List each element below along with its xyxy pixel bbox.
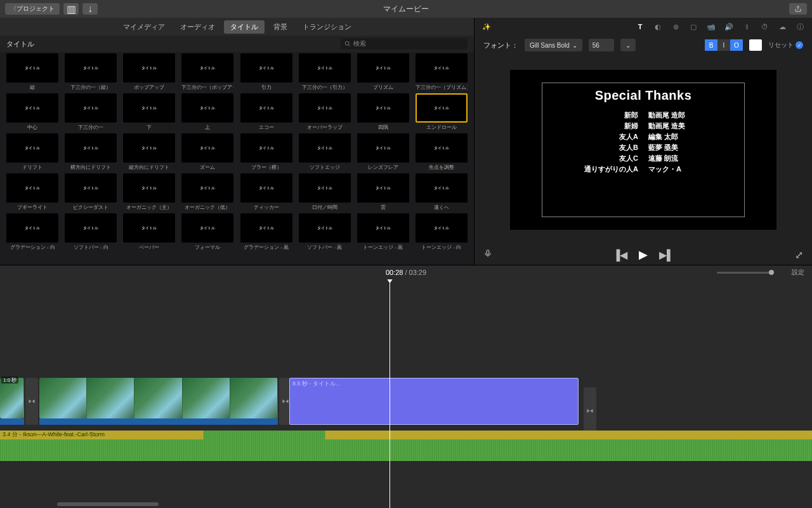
- zoom-slider[interactable]: [717, 272, 774, 274]
- search-input[interactable]: 検索: [341, 38, 468, 50]
- viewer-panel: ✨ T ◐ ⊛ ▢ 📹 🔊 ⫴ ⏱ ☁ ⓘ フォント： Gill Sans Bo…: [475, 18, 812, 265]
- color-swatch[interactable]: [749, 39, 762, 51]
- time-header: 00:28 / 03:29 設定: [0, 265, 812, 279]
- title-preset[interactable]: タイトル下三分の一（ポップアップ）: [180, 53, 235, 91]
- play-button[interactable]: ▶: [639, 248, 648, 262]
- back-button[interactable]: 〈 プロジェクト: [5, 3, 60, 15]
- color-correct-icon[interactable]: ⊛: [671, 22, 680, 31]
- title-preset[interactable]: タイトルポップアップ: [122, 53, 176, 91]
- eq-icon[interactable]: ⫴: [742, 22, 751, 31]
- font-family-select[interactable]: Gill Sans Bold⌄: [525, 39, 582, 51]
- transition-handle[interactable]: [584, 387, 596, 434]
- title-preset[interactable]: タイトルズーム: [180, 133, 235, 171]
- prev-button[interactable]: ▐◀: [613, 249, 627, 261]
- title-preset[interactable]: タイトル日付／時間: [298, 173, 352, 211]
- filter-icon[interactable]: ☁: [778, 22, 787, 31]
- title-preset[interactable]: タイトル上: [180, 93, 235, 131]
- title-preset[interactable]: タイトルティッカー: [239, 173, 294, 211]
- title-clip[interactable]: 8.5 秒 - タイトル...: [289, 378, 579, 425]
- title-preset[interactable]: タイトル縦方向にドリフト: [122, 133, 176, 171]
- color-balance-icon[interactable]: ◐: [653, 22, 662, 31]
- title-preset[interactable]: タイトルプリズム: [356, 53, 410, 91]
- font-size-field[interactable]: 56: [589, 39, 614, 51]
- audio-clip[interactable]: 3.4 分 - Ikson---A-While-feat.-Carl-Storm: [0, 431, 812, 461]
- share-button[interactable]: [789, 3, 807, 15]
- title-preset[interactable]: タイトルオーガニック（低）: [180, 173, 235, 211]
- title-preset[interactable]: タイトル横方向にドリフト: [63, 133, 118, 171]
- title-preset[interactable]: タイトルソフトエッジ: [298, 133, 352, 171]
- title-preset[interactable]: タイトルグラデーション - 黒: [239, 213, 294, 251]
- title-preset[interactable]: タイトルグラデーション - 白: [5, 213, 60, 251]
- transition-handle[interactable]: [25, 378, 38, 425]
- credits-text-box[interactable]: Special Thanks 新郎動画尾 造郎新婦動画尾 造美友人A編集 太郎友…: [542, 83, 745, 217]
- volume-icon[interactable]: 🔊: [724, 22, 733, 31]
- tab-トランジション[interactable]: トランジション: [296, 20, 358, 34]
- text-icon[interactable]: T: [636, 22, 645, 31]
- video-clip[interactable]: [39, 378, 278, 425]
- title-preset[interactable]: タイトルレンズフレア: [356, 133, 410, 171]
- title-preset[interactable]: タイトル下三分の一（縦）: [63, 53, 118, 91]
- info-icon[interactable]: ⓘ: [796, 22, 804, 31]
- tab-タイトル[interactable]: タイトル: [224, 20, 265, 34]
- title-preset[interactable]: タイトルエコー: [239, 93, 294, 131]
- library-toggle-icon[interactable]: ▥: [63, 3, 79, 15]
- svg-point-0: [345, 41, 349, 45]
- voiceover-icon[interactable]: [483, 249, 492, 260]
- titlebar: 〈 プロジェクト ▥ ↓ マイムービー: [0, 0, 812, 18]
- title-preset[interactable]: タイトルエンドロール: [414, 93, 469, 131]
- title-preset[interactable]: タイトル引力: [239, 53, 294, 91]
- preview-canvas[interactable]: Special Thanks 新郎動画尾 造郎新婦動画尾 造美友人A編集 太郎友…: [510, 70, 776, 230]
- next-button[interactable]: ▶▌: [659, 249, 674, 261]
- title-preset[interactable]: タイトルオーガニック（主）: [122, 173, 176, 211]
- title-preset[interactable]: タイトル下三分の一（プリズム）: [414, 53, 469, 91]
- font-label: フォント：: [483, 41, 518, 50]
- fullscreen-icon[interactable]: ⤢: [795, 249, 803, 261]
- title-preset[interactable]: タイトル雲: [356, 173, 410, 211]
- text-style-group: B I O: [705, 39, 743, 51]
- title-preset[interactable]: タイトル下三分の一（引力）: [298, 53, 352, 91]
- enhance-icon[interactable]: ✨: [482, 22, 491, 31]
- playhead[interactable]: [390, 279, 390, 508]
- time-current: 00:28: [386, 269, 403, 276]
- title-preset[interactable]: タイトルフォーマル: [180, 213, 235, 251]
- title-clip-label: 8.5 秒 - タイトル...: [290, 378, 578, 389]
- tab-マイメディア[interactable]: マイメディア: [117, 20, 171, 34]
- tab-背景[interactable]: 背景: [267, 20, 294, 34]
- media-browser: マイメディアオーディオタイトル背景トランジション タイトル 検索 タイトル縦タイ…: [0, 18, 475, 265]
- crop-icon[interactable]: ▢: [689, 22, 698, 31]
- title-preset[interactable]: タイトル下: [122, 93, 176, 131]
- timeline[interactable]: 1:0 秒 8.5 秒 - タイトル... 3.4 分 - Ikson---A-…: [0, 279, 812, 508]
- import-icon[interactable]: ↓: [82, 3, 98, 15]
- title-preset[interactable]: タイトル中心: [5, 93, 60, 131]
- title-preset[interactable]: タイトル四隅: [356, 93, 410, 131]
- title-preset[interactable]: タイトルソフトバー - 白: [63, 213, 118, 251]
- settings-button[interactable]: 設定: [792, 268, 804, 277]
- section-label: タイトル: [6, 39, 34, 49]
- outline-toggle[interactable]: O: [730, 39, 743, 51]
- title-preset[interactable]: タイトルドリフト: [5, 133, 60, 171]
- credits-heading: Special Thanks: [595, 88, 692, 103]
- horizontal-scrollbar[interactable]: [57, 502, 159, 506]
- svg-rect-1: [487, 250, 489, 255]
- title-preset[interactable]: タイトル縦: [5, 53, 60, 91]
- title-preset[interactable]: タイトルオーバーラップ: [298, 93, 352, 131]
- title-preset[interactable]: タイトル下三分の一: [63, 93, 118, 131]
- italic-toggle[interactable]: I: [717, 39, 730, 51]
- title-preset[interactable]: タイトルブラー（横）: [239, 133, 294, 171]
- bold-toggle[interactable]: B: [705, 39, 717, 51]
- tab-オーディオ[interactable]: オーディオ: [174, 20, 221, 34]
- project-title: マイムービー: [383, 4, 429, 15]
- title-preset[interactable]: タイトル焦点を調整: [414, 133, 469, 171]
- title-preset[interactable]: タイトルブギーライト: [5, 173, 60, 211]
- font-size-stepper[interactable]: ⌄: [620, 39, 636, 51]
- speed-icon[interactable]: ⏱: [760, 22, 769, 31]
- reset-button[interactable]: リセット✓: [768, 41, 803, 50]
- clip-duration-tag: 1:0 秒: [1, 377, 18, 384]
- title-preset[interactable]: タイトルピクシーダスト: [63, 173, 118, 211]
- title-preset[interactable]: タイトルペーパー: [122, 213, 176, 251]
- title-preset[interactable]: タイトルトーンエッジ - 黒: [356, 213, 410, 251]
- stabilize-icon[interactable]: 📹: [707, 22, 716, 31]
- title-preset[interactable]: タイトルトーンエッジ - 白: [414, 213, 469, 251]
- title-preset[interactable]: タイトル遠くへ: [414, 173, 469, 211]
- title-preset[interactable]: タイトルソフトバー - 黒: [298, 213, 352, 251]
